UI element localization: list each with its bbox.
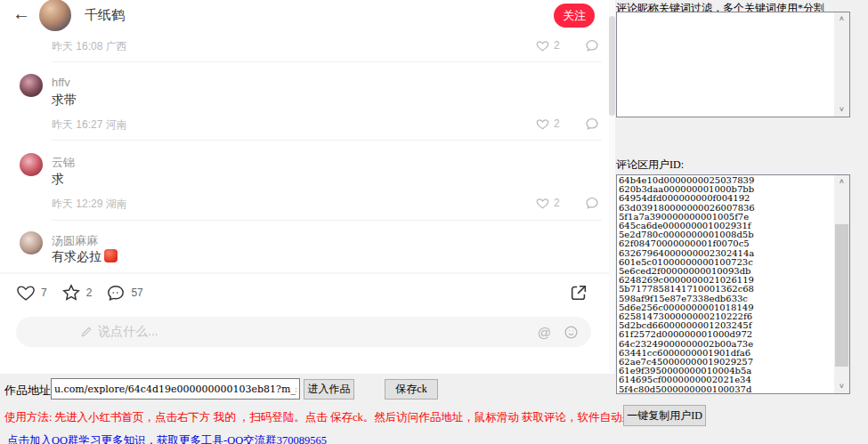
work-url-input[interactable] bbox=[51, 378, 300, 400]
browser-scrollbar-thumb[interactable] bbox=[609, 16, 615, 116]
reply-bubble-icon[interactable] bbox=[585, 117, 599, 131]
commenter-avatar[interactable] bbox=[20, 74, 43, 97]
note-collect-count: 2 bbox=[86, 287, 93, 299]
commenter-name[interactable]: hffv bbox=[52, 76, 70, 89]
pencil-icon bbox=[80, 326, 93, 338]
comment-content: 有求必拉 bbox=[52, 249, 118, 265]
user-id-scrollbar[interactable]: ˄ ˅ bbox=[834, 175, 849, 393]
heart-icon[interactable] bbox=[536, 39, 549, 52]
like-count: 2 bbox=[554, 197, 560, 209]
red-sticker-emoji bbox=[104, 249, 118, 262]
divider bbox=[52, 140, 602, 141]
mention-at-icon[interactable]: @ bbox=[538, 325, 551, 340]
xhs-comment-scraper-window: ← 千纸鹤 关注 昨天 16:08 广西 2 hffv 求带 昨天 16:27 … bbox=[0, 0, 868, 444]
input-icons: @ bbox=[538, 325, 579, 340]
collect-star-icon[interactable] bbox=[61, 283, 81, 303]
note-action-bar: 7 2 57 bbox=[16, 283, 152, 303]
user-id-list: 64b4e10d0000000025037839 620b3daa0000000… bbox=[619, 176, 833, 392]
emoji-smiley-icon[interactable] bbox=[564, 325, 579, 340]
comment-panel: ← 千纸鹤 关注 昨天 16:08 广西 2 hffv 求带 昨天 16:27 … bbox=[0, 0, 615, 374]
copy-user-ids-button[interactable]: 一键复制用户ID bbox=[623, 405, 706, 426]
follow-button[interactable]: 关注 bbox=[554, 4, 595, 28]
commenter-avatar[interactable] bbox=[20, 153, 43, 176]
comment-content: 求带 bbox=[52, 93, 77, 109]
comment-like-row: 2 bbox=[536, 117, 599, 131]
like-count: 2 bbox=[554, 39, 560, 52]
divider bbox=[52, 220, 602, 221]
reply-bubble-icon[interactable] bbox=[585, 38, 599, 52]
comment-meta: 昨天 16:27 河南 bbox=[52, 117, 127, 133]
scroll-down-arrow-icon[interactable]: ˅ bbox=[834, 380, 849, 393]
comment-meta: 昨天 16:08 广西 bbox=[52, 39, 127, 54]
user-id-textarea[interactable]: 64b4e10d0000000025037839 620b3daa0000000… bbox=[616, 174, 850, 394]
usage-instructions: 使用方法: 先进入小红书首页，点击右下方 我的 ，扫码登陆。点击 保存ck。然后… bbox=[4, 410, 644, 425]
author-avatar[interactable] bbox=[39, 0, 71, 31]
heart-icon[interactable] bbox=[536, 197, 549, 210]
comment-meta: 昨天 12:29 湖南 bbox=[52, 197, 127, 212]
like-count: 2 bbox=[554, 117, 560, 130]
browser-scrollbar-track[interactable] bbox=[609, 0, 615, 374]
divider bbox=[52, 61, 602, 62]
author-username[interactable]: 千纸鹤 bbox=[85, 7, 125, 24]
section-divider bbox=[0, 272, 615, 274]
scrollbar-thumb[interactable] bbox=[835, 224, 848, 367]
commenter-avatar[interactable] bbox=[20, 231, 43, 254]
qq-group-link[interactable]: 点击加入QQ群学习更多知识，获取更多工具-QQ交流群370089565 bbox=[7, 433, 327, 444]
comment-like-row: 2 bbox=[536, 38, 599, 52]
commenter-name[interactable]: 云锦 bbox=[52, 155, 75, 171]
note-like-count: 7 bbox=[41, 287, 47, 299]
comment-text: 有求必拉 bbox=[52, 249, 101, 263]
scroll-up-arrow-icon[interactable]: ˄ bbox=[834, 175, 849, 189]
comment-input-placeholder: 说点什么... bbox=[98, 324, 538, 340]
scroll-down-arrow-icon[interactable]: ˅ bbox=[834, 103, 849, 117]
share-icon[interactable] bbox=[569, 283, 588, 303]
keyword-filter-textarea[interactable]: ˄ ˅ bbox=[616, 12, 850, 117]
comment-bubble-icon[interactable] bbox=[106, 283, 126, 303]
heart-icon[interactable] bbox=[536, 117, 549, 131]
user-id-label: 评论区用户ID: bbox=[616, 157, 684, 173]
note-comment-count: 57 bbox=[131, 287, 142, 299]
save-ck-button[interactable]: 保存ck bbox=[385, 379, 438, 400]
back-arrow-icon[interactable]: ← bbox=[12, 4, 30, 24]
filter-scrollbar[interactable]: ˄ ˅ bbox=[834, 12, 849, 117]
reply-bubble-icon[interactable] bbox=[585, 196, 599, 210]
work-url-label: 作品地址: bbox=[4, 383, 54, 399]
comment-input[interactable]: 说点什么... @ bbox=[16, 317, 591, 347]
commenter-name[interactable]: 汤圆麻麻 bbox=[52, 233, 98, 249]
enter-work-button[interactable]: 进入作品 bbox=[304, 379, 354, 400]
scroll-up-arrow-icon[interactable]: ˄ bbox=[834, 12, 849, 26]
comment-like-row: 2 bbox=[536, 196, 599, 210]
like-heart-icon[interactable] bbox=[16, 283, 36, 303]
comment-content: 求 bbox=[52, 172, 64, 188]
